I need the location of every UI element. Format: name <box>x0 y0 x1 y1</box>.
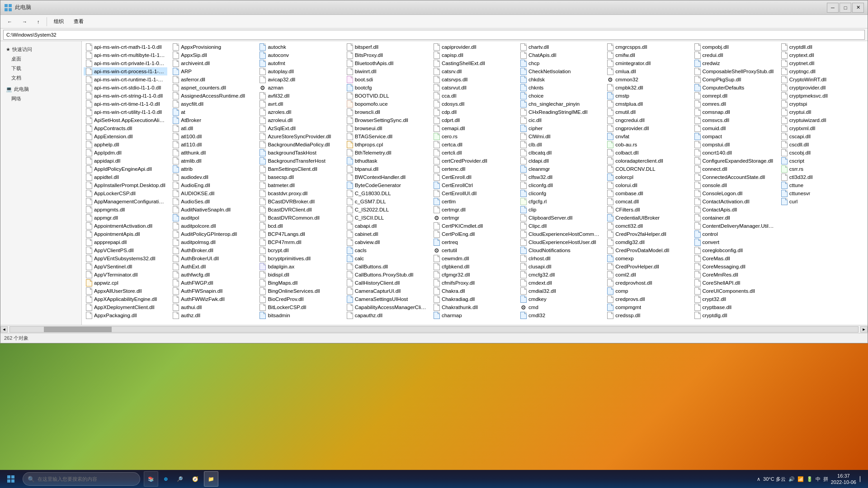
list-item[interactable]: chknts <box>518 84 602 92</box>
list-item[interactable]: bcastdvr.proxy.dll <box>257 189 341 197</box>
organize-button[interactable]: 组织 <box>50 17 68 27</box>
list-item[interactable]: browseui.dll <box>344 124 428 132</box>
sidebar-item-thispc[interactable]: 💻此电脑 <box>3 84 79 94</box>
list-item[interactable]: ComposableShellProxyStub.dll <box>692 67 776 75</box>
list-item[interactable]: cdp.dll <box>431 108 515 116</box>
list-item[interactable]: BcastDVRCommon.dll <box>257 214 341 222</box>
list-item[interactable]: Chakrathunk.dll <box>431 303 515 311</box>
list-item[interactable]: c_GSM7.DLL <box>344 197 428 206</box>
list-item[interactable]: capisp.dll <box>431 51 515 59</box>
list-item[interactable]: appidtel.dll <box>84 173 167 181</box>
list-item[interactable]: CheckNetIsolation <box>518 67 602 75</box>
list-item[interactable]: cryptdll.dll <box>779 43 863 51</box>
list-item[interactable]: AppVTerminator.dll <box>84 271 167 279</box>
list-item[interactable]: avrt.dll <box>257 100 341 108</box>
list-item[interactable]: AppointmentActivation.dll <box>84 222 167 230</box>
list-item[interactable]: C_ISCII.DLL <box>344 214 428 222</box>
list-item[interactable]: bootcfg <box>344 84 428 92</box>
list-item[interactable]: cryptngc.dll <box>779 67 863 75</box>
list-item[interactable]: cfgmgr32.dll <box>431 271 515 279</box>
list-item[interactable]: chkdsk <box>518 75 602 84</box>
sidebar-item-quickaccess[interactable]: ★快速访问 <box>3 45 79 54</box>
list-item[interactable]: clbcatq.dll <box>518 149 602 157</box>
list-item[interactable]: certreq <box>431 238 515 246</box>
list-item[interactable]: audiodev.dll <box>170 173 254 181</box>
list-item[interactable]: azroleui.dll <box>257 116 341 124</box>
list-item[interactable]: cabinet.dll <box>344 230 428 238</box>
list-item[interactable]: comp <box>605 287 689 295</box>
list-item[interactable]: ConsoleLogon.dll <box>692 189 776 197</box>
list-item[interactable]: Chakra.dll <box>431 287 515 295</box>
list-item[interactable]: ctl3d32.dll <box>779 173 863 181</box>
list-item[interactable]: api-ms-win-crt-process-l1-1-0.dll <box>84 67 167 75</box>
list-item[interactable]: AzureStoreSyncProvider.dll <box>257 132 341 141</box>
list-item[interactable]: ClipboardServer.dll <box>518 214 602 222</box>
list-item[interactable]: clb.dll <box>518 141 602 149</box>
list-item[interactable]: ConnectedAccountState.dll <box>692 173 776 181</box>
list-item[interactable]: BCP47Langs.dll <box>257 230 341 238</box>
list-item[interactable]: coreglobconfig.dll <box>692 246 776 254</box>
show-desktop-button[interactable]: ▏ <box>859 476 864 482</box>
list-item[interactable]: api-ms-win-crt-math-l1-1-0.dll <box>84 43 167 51</box>
list-item[interactable]: AuditNativeSnapIn.dll <box>170 206 254 214</box>
list-item[interactable]: CloudExperienceHostCommon.dll <box>518 230 602 238</box>
list-item[interactable]: colorui.dll <box>605 181 689 189</box>
list-item[interactable]: ⚙certutil <box>431 246 515 254</box>
list-item[interactable]: CoreMmRes.dll <box>692 271 776 279</box>
list-item[interactable]: ContentDeliveryManager.Utilities.dll <box>692 222 776 230</box>
list-item[interactable]: container.dll <box>692 214 776 222</box>
list-item[interactable]: cfgbkend.dll <box>431 263 515 271</box>
list-item[interactable]: AppInstallerPrompt.Desktop.dll <box>84 181 167 189</box>
list-item[interactable]: asferror.dll <box>170 75 254 84</box>
list-item[interactable]: C_IS2022.DLL <box>344 206 428 214</box>
list-item[interactable]: ChatApis.dll <box>518 51 602 59</box>
list-item[interactable]: cmdext.dll <box>518 279 602 287</box>
list-item[interactable]: browscli.dll <box>344 108 428 116</box>
list-item[interactable]: credwiz <box>692 59 776 67</box>
list-item[interactable]: ComputerDefaults <box>692 84 776 92</box>
list-item[interactable]: CallButtons.ProxyStub.dll <box>344 271 428 279</box>
list-item[interactable]: AppContracts.dll <box>84 124 167 132</box>
list-item[interactable]: BluetoothApis.dll <box>344 59 428 67</box>
list-item[interactable]: C_G18030.DLL <box>344 189 428 197</box>
list-item[interactable]: certCredProvider.dll <box>431 157 515 165</box>
list-item[interactable]: CoreUIComponents.dll <box>692 287 776 295</box>
list-item[interactable]: api-ms-win-crt-private-l1-1-0.dll <box>84 59 167 67</box>
address-input[interactable] <box>3 30 865 40</box>
list-item[interactable]: ⚙azman <box>257 84 341 92</box>
list-item[interactable]: AppXApplicabilityEngine.dll <box>84 295 167 303</box>
list-item[interactable]: bitsperf.dll <box>344 43 428 51</box>
list-item[interactable]: AppXDeploymentClient.dll <box>84 303 167 311</box>
horizontal-scrollbar[interactable]: ◄ ► <box>0 325 868 333</box>
language-icon[interactable]: 中 <box>816 476 821 483</box>
list-item[interactable]: autofmt <box>257 59 341 67</box>
list-item[interactable]: cryptspi <box>779 100 863 108</box>
list-item[interactable]: AppxPackaging.dll <box>84 311 167 319</box>
list-item[interactable]: BitsProxy.dll <box>344 51 428 59</box>
list-item[interactable]: comdlg32.dll <box>605 238 689 246</box>
list-item[interactable]: aspnet_counters.dll <box>170 84 254 92</box>
list-item[interactable]: cabapi.dll <box>344 222 428 230</box>
list-item[interactable]: cmintegrator.dll <box>605 59 689 67</box>
list-item[interactable]: AuthFWSnapin.dll <box>170 287 254 295</box>
list-item[interactable]: cnvfat <box>605 132 689 141</box>
list-item[interactable]: cryptprovider.dll <box>779 84 863 92</box>
list-item[interactable]: ARP <box>170 67 254 75</box>
list-item[interactable]: CloudExperienceHostUser.dll <box>518 238 602 246</box>
list-item[interactable]: boot.sdi <box>344 75 428 84</box>
list-item[interactable]: cngcredui.dll <box>605 116 689 124</box>
taskbar-search[interactable]: 🔍 <box>23 472 140 486</box>
list-item[interactable]: csrr.rs <box>779 165 863 173</box>
list-item[interactable]: AppVClientPS.dll <box>84 246 167 254</box>
list-item[interactable]: cmstp <box>605 92 689 100</box>
list-item[interactable]: biwinrt.dll <box>344 67 428 75</box>
forward-button[interactable]: → <box>18 17 31 27</box>
scroll-thumb[interactable] <box>44 327 112 332</box>
list-item[interactable]: BackgroundMediaPolicy.dll <box>257 141 341 149</box>
list-item[interactable]: batmeter.dll <box>257 181 341 189</box>
list-item[interactable]: CertEnroll.dll <box>431 173 515 181</box>
list-item[interactable]: catsrvps.dll <box>431 75 515 84</box>
list-item[interactable]: cemapi.dll <box>431 124 515 132</box>
list-item[interactable]: compact <box>692 132 776 141</box>
sidebar-item-downloads[interactable]: 下载 <box>3 64 79 73</box>
